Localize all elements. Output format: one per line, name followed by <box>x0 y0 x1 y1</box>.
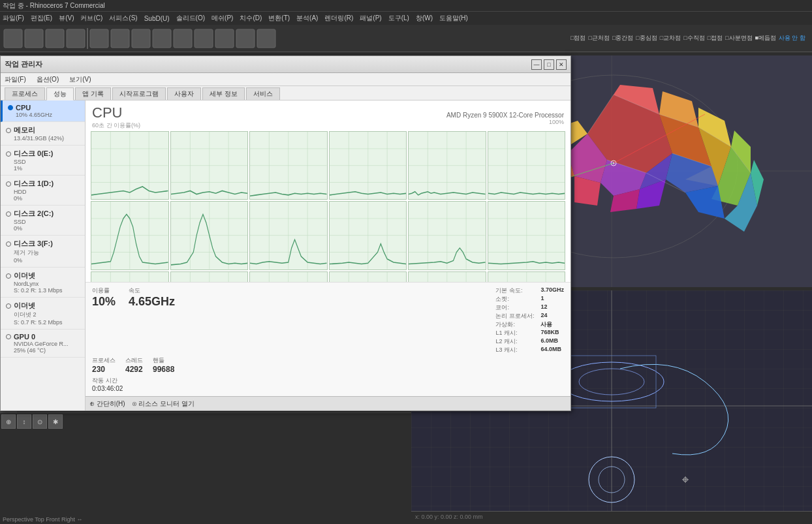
threads-label: 스레드 <box>125 356 143 365</box>
cpu-section-title: CPU <box>92 104 140 121</box>
sidebar-disk2-sub: 0% <box>6 225 80 232</box>
disk2-dot <box>6 211 11 217</box>
cpu-core-12-graph <box>488 201 566 270</box>
cpu-core-18-graph <box>488 271 566 282</box>
sidebar-cpu-sub: 10% 4.65GHz <box>8 112 80 118</box>
svg-rect-64 <box>257 29 275 48</box>
l3-cache-label: L3 캐시: <box>495 346 534 354</box>
sidebar-eth2-sub: S: 0.7 R: 5.2 Mbps <box>6 319 80 326</box>
tm-window-controls[interactable]: — □ ✕ <box>531 59 567 70</box>
tab-services[interactable]: 서비스 <box>246 87 280 100</box>
svg-rect-51 <box>4 29 22 48</box>
logical-procs-label: 논리 프로세서: <box>495 312 534 320</box>
rhino-bottom-status: x: 0.00 y: 0.00 z: 0.00 mm <box>411 511 812 524</box>
rhino-menu-bar[interactable]: 파일(F) 편집(E) 뷰(V) 커브(C) 서피스(S) SubD(U) 솔리… <box>0 12 812 25</box>
speed-value: 4.65GHz <box>129 295 175 308</box>
tm-menu-bar[interactable]: 파일(F) 옵션(O) 보기(V) <box>1 73 570 86</box>
cpu-core-16-graph <box>329 271 407 282</box>
rhino-title-bar: 작업 중 - Rhinoceros 7 Commercial <box>0 0 812 12</box>
sidebar-item-disk3[interactable]: 디스크 3(F:) 제거 가능 0% <box>1 236 85 268</box>
sidebar-item-gpu0[interactable]: GPU 0 NVIDIA GeForce R... 25% (46 °C) <box>1 330 85 358</box>
cpu-core-1-graph <box>91 131 169 200</box>
l2-cache-value: 6.0MB <box>540 337 564 346</box>
menu-solid[interactable]: 솔리드(O) <box>176 14 205 23</box>
menu-curve[interactable]: 커브(C) <box>80 14 102 23</box>
cpu-dot <box>8 105 13 110</box>
sidebar-item-disk0[interactable]: 디스크 0(E:) SSD 1% <box>1 146 85 176</box>
tm-body: CPU 10% 4.65GHz 메모리 13.4/31.9GB (42%) 디스… <box>1 100 570 410</box>
tab-details[interactable]: 세부 정보 <box>202 87 245 100</box>
sidebar-item-memory[interactable]: 메모리 13.4/31.9GB (42%) <box>1 122 85 146</box>
rhino-title-text: 작업 중 - Rhinoceros 7 Commercial <box>3 1 105 10</box>
menu-mesh[interactable]: 메쉬(P) <box>211 14 233 23</box>
svg-rect-57 <box>111 29 129 48</box>
cpu-graph-grid <box>91 131 565 282</box>
menu-help[interactable]: 도움말(H) <box>439 14 468 23</box>
tab-users[interactable]: 사용자 <box>167 87 201 100</box>
tm-tabs[interactable]: 프로세스 성능 앱 기록 시작프로그램 사용자 세부 정보 서비스 <box>1 86 570 100</box>
tm-menu-options[interactable]: 옵션(O) <box>35 75 60 84</box>
svg-rect-52 <box>25 29 43 48</box>
close-button[interactable]: ✕ <box>556 59 567 70</box>
cores-value: 12 <box>540 303 564 312</box>
sidebar-item-disk2[interactable]: 디스크 2(C:) SSD 0% <box>1 206 85 236</box>
sidebar-disk3-title: 디스크 3(F:) <box>14 239 53 249</box>
base-speed-value: 3.70GHz <box>540 286 564 295</box>
svg-rect-54 <box>67 29 85 48</box>
logical-procs-value: 24 <box>540 312 564 320</box>
processor-name: AMD Ryzen 9 5900X 12-Core Processor <box>446 112 564 119</box>
menu-edit[interactable]: 편집(E) <box>31 14 52 23</box>
menu-tool[interactable]: 도구(L) <box>388 14 409 23</box>
tm-bottom-bar[interactable]: ⊕ 간단히(H) ⊙ 리소스 모니터 열기 <box>86 396 570 410</box>
menu-subd[interactable]: SubD(U) <box>144 15 170 22</box>
cpu-core-8-graph <box>170 201 249 270</box>
menu-analyze[interactable]: 분석(A) <box>296 14 318 23</box>
maximize-button[interactable]: □ <box>544 59 554 70</box>
tab-app-history[interactable]: 앱 기록 <box>75 87 111 100</box>
right-stats: 기본 속도: 3.70GHz 소켓: 1 코어: 12 논리 프로세서: 24 … <box>495 286 564 354</box>
menu-window[interactable]: 창(W) <box>416 14 433 23</box>
tm-title-text: 작업 관리자 <box>5 59 42 69</box>
task-manager-window: 작업 관리자 — □ ✕ 파일(F) 옵션(O) 보기(V) 프로세스 성능 앱… <box>0 55 571 411</box>
memory-dot <box>6 128 11 133</box>
tm-menu-file[interactable]: 파일(F) <box>3 75 27 84</box>
resource-monitor-button[interactable]: ⊙ 리소스 모니터 열기 <box>132 399 195 408</box>
menu-render[interactable]: 렌더링(R) <box>324 14 353 23</box>
menu-transform[interactable]: 변환(T) <box>268 14 290 23</box>
svg-rect-53 <box>46 29 64 48</box>
sidebar-disk1-type: HDD <box>6 189 80 195</box>
svg-rect-58 <box>132 29 150 48</box>
sidebar-disk1-sub: 0% <box>6 195 80 202</box>
processes-value: 230 <box>92 365 116 374</box>
threads-col: 스레드 4292 <box>125 356 143 374</box>
sidebar-item-ethernet2[interactable]: 이더넷 이더넷 2 S: 0.7 R: 5.2 Mbps <box>1 298 85 330</box>
max-percent: 100% <box>446 119 564 125</box>
menu-view[interactable]: 뷰(V) <box>59 14 74 23</box>
sidebar-disk1-title: 디스크 1(D:) <box>14 179 54 189</box>
sidebar-item-disk1[interactable]: 디스크 1(D:) HDD 0% <box>1 176 85 206</box>
tab-startup[interactable]: 시작프로그램 <box>112 87 166 100</box>
tm-main-content: CPU 60초 간 이용률(%) AMD Ryzen 9 5900X 12-Co… <box>86 100 570 410</box>
sidebar-disk2-title: 디스크 2(C:) <box>14 209 54 219</box>
speed-col: 속도 4.65GHz <box>129 286 175 354</box>
sidebar-eth1-sub: S: 0.2 R: 1.3 Mbps <box>6 287 80 294</box>
minimize-button[interactable]: — <box>531 59 542 70</box>
menu-surface[interactable]: 서피스(S) <box>109 14 137 23</box>
simplify-button[interactable]: ⊕ 간단히(H) <box>89 399 125 408</box>
tab-processes[interactable]: 프로세스 <box>5 87 45 100</box>
sidebar-item-ethernet1[interactable]: 이더넷 NordLynx S: 0.2 R: 1.3 Mbps <box>1 268 85 298</box>
disk1-dot <box>6 181 11 187</box>
tm-title-bar: 작업 관리자 — □ ✕ <box>1 56 570 73</box>
l3-cache-value: 64.0MB <box>540 346 564 354</box>
menu-file[interactable]: 파일(F) <box>3 14 24 23</box>
menu-dim[interactable]: 치수(D) <box>240 14 262 23</box>
stats-row1: 이용률 10% 속도 4.65GHz 기본 속도: 3.70GHz 소켓: 1 … <box>92 286 564 354</box>
tm-menu-view[interactable]: 보기(V) <box>68 75 92 84</box>
utilization-label: 이용률 <box>92 286 116 295</box>
tab-performance[interactable]: 성능 <box>46 87 74 100</box>
processes-col: 프로세스 230 <box>92 356 116 374</box>
menu-panel[interactable]: 패널(P) <box>360 14 381 23</box>
rhino-command-area: ⊕ ↕ ⊙ ✱ Perspective Top Front Right ↔ <box>0 412 411 524</box>
sidebar-item-cpu[interactable]: CPU 10% 4.65GHz <box>1 100 85 122</box>
eth1-dot <box>6 273 11 279</box>
